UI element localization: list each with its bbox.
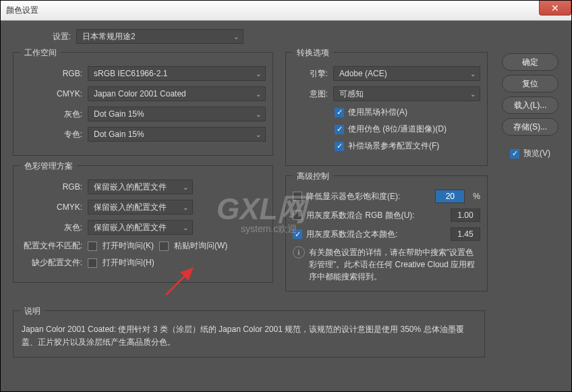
policy-gray-label: 灰色: xyxy=(20,222,82,233)
cmyk-dropdown[interactable]: Japan Color 2001 Coated ⌄ xyxy=(88,86,266,101)
gray-label: 灰色: xyxy=(20,109,82,120)
blend-text-label: 用灰度系数混合文本颜色: xyxy=(306,229,397,240)
color-settings-window: 颜色设置 ✕ 设置: 日本常规用途2 ⌄ 工作空间 RGB: sRGB IEC6… xyxy=(0,0,572,392)
desaturate-field[interactable]: 20 xyxy=(435,190,465,203)
policy-gray-dropdown[interactable]: 保留嵌入的配置文件 ⌄ xyxy=(88,220,193,235)
chevron-down-icon: ⌄ xyxy=(256,70,261,78)
conversion-title: 转换选项 xyxy=(293,47,333,59)
chevron-down-icon: ⌄ xyxy=(183,204,188,211)
ask-paste-checkbox[interactable] xyxy=(159,242,169,251)
policy-gray-value: 保留嵌入的配置文件 xyxy=(94,222,167,233)
settings-value: 日本常规用途2 xyxy=(82,31,136,43)
dialog-content: 设置: 日本常规用途2 ⌄ 工作空间 RGB: sRGB IEC61966-2.… xyxy=(1,21,571,391)
policy-cmyk-label: CMYK: xyxy=(20,202,82,212)
desaturate-unit: % xyxy=(473,192,480,201)
spot-label: 专色: xyxy=(20,129,82,140)
cmyk-label: CMYK: xyxy=(20,89,82,99)
chevron-down-icon: ⌄ xyxy=(470,90,476,98)
preview-label: 预览(V) xyxy=(523,148,550,159)
cmyk-value: Japan Color 2001 Coated xyxy=(94,89,186,99)
intent-dropdown[interactable]: 可感知 ⌄ xyxy=(333,86,480,101)
spot-dropdown[interactable]: Dot Gain 15% ⌄ xyxy=(88,127,266,142)
chevron-down-icon: ⌄ xyxy=(256,90,261,98)
blend-text-checkbox[interactable]: ✓ xyxy=(293,229,302,239)
blend-text-field[interactable]: 1.45 xyxy=(451,227,480,241)
chevron-down-icon: ⌄ xyxy=(183,224,188,231)
advanced-title: 高级控制 xyxy=(293,171,333,182)
intent-label: 意图: xyxy=(293,88,328,100)
compensate-checkbox[interactable]: ✓ xyxy=(335,142,344,151)
rgb-dropdown[interactable]: sRGB IEC61966-2.1 ⌄ xyxy=(88,66,266,81)
compensate-label: 补偿场景参考配置文件(F) xyxy=(348,140,439,152)
advanced-group: 高级控制 降低显示器色彩饱和度(E): 20 % 用灰度系数混合 RGB 颜色(… xyxy=(285,175,488,291)
description-title: 说明 xyxy=(20,306,45,317)
close-button[interactable]: ✕ xyxy=(539,1,571,16)
chevron-down-icon: ⌄ xyxy=(470,70,476,78)
info-text: 有关颜色设置的详情，请在帮助中搜索"设置色彩管理"。此术语在任何 Creativ… xyxy=(309,246,480,283)
policy-cmyk-value: 保留嵌入的配置文件 xyxy=(94,202,167,213)
blend-rgb-label: 用灰度系数混合 RGB 颜色(U): xyxy=(306,210,415,221)
ask-open-label: 打开时询问(K) xyxy=(103,240,154,252)
ask-open2-checkbox[interactable] xyxy=(88,258,97,268)
desaturate-label: 降低显示器色彩饱和度(E): xyxy=(306,191,400,202)
reset-button[interactable]: 复位 xyxy=(502,75,559,92)
titlebar: 颜色设置 ✕ xyxy=(1,1,571,21)
mismatch-label: 配置文件不匹配: xyxy=(20,240,82,252)
close-icon: ✕ xyxy=(551,3,559,13)
info-icon: i xyxy=(293,246,305,258)
workspace-title: 工作空间 xyxy=(20,47,61,59)
ask-open2-label: 打开时询问(H) xyxy=(103,257,154,269)
chevron-down-icon: ⌄ xyxy=(183,184,188,191)
description-text: Japan Color 2001 Coated: 使用针对 3 类（涂层）纸的 … xyxy=(22,323,476,349)
chevron-down-icon: ⌄ xyxy=(233,33,239,40)
action-sidebar: 确定 复位 载入(L)... 存储(S)... ✓ 预览(V) xyxy=(501,53,559,159)
policy-rgb-value: 保留嵌入的配置文件 xyxy=(94,181,167,193)
policies-title: 色彩管理方案 xyxy=(20,161,77,172)
engine-value: Adobe (ACE) xyxy=(339,69,387,78)
dither-label: 使用仿色 (8位/通道图像)(D) xyxy=(348,123,447,135)
gray-dropdown[interactable]: Dot Gain 15% ⌄ xyxy=(88,107,266,121)
ask-paste-label: 粘贴时询问(W) xyxy=(174,240,227,252)
missing-label: 缺少配置文件: xyxy=(20,257,82,269)
policies-group: 色彩管理方案 RGB: 保留嵌入的配置文件 ⌄ CMYK: 保留嵌入的配置文件 … xyxy=(13,165,273,283)
settings-dropdown[interactable]: 日本常规用途2 ⌄ xyxy=(76,29,244,44)
intent-value: 可感知 xyxy=(339,88,364,100)
dither-checkbox[interactable]: ✓ xyxy=(335,125,344,134)
ask-open-checkbox[interactable] xyxy=(88,242,97,251)
workspace-group: 工作空间 RGB: sRGB IEC61966-2.1 ⌄ CMYK: Japa… xyxy=(13,52,273,156)
settings-row: 设置: 日本常规用途2 ⌄ xyxy=(13,29,559,44)
rgb-value: sRGB IEC61966-2.1 xyxy=(94,69,167,78)
policy-rgb-label: RGB: xyxy=(20,182,82,192)
desaturate-checkbox[interactable] xyxy=(293,192,302,201)
save-button[interactable]: 存储(S)... xyxy=(502,118,559,136)
preview-checkbox[interactable]: ✓ xyxy=(510,149,519,159)
engine-label: 引擎: xyxy=(293,68,328,80)
ok-button[interactable]: 确定 xyxy=(502,53,559,71)
load-button[interactable]: 载入(L)... xyxy=(502,96,559,114)
gray-value: Dot Gain 15% xyxy=(94,109,144,119)
blend-rgb-field[interactable]: 1.00 xyxy=(451,208,480,222)
policy-cmyk-dropdown[interactable]: 保留嵌入的配置文件 ⌄ xyxy=(88,200,193,215)
chevron-down-icon: ⌄ xyxy=(256,131,261,138)
spot-value: Dot Gain 15% xyxy=(94,130,144,139)
blend-rgb-checkbox[interactable] xyxy=(293,211,302,220)
blackpoint-label: 使用黑场补偿(A) xyxy=(348,107,407,118)
blackpoint-checkbox[interactable]: ✓ xyxy=(335,108,344,117)
engine-dropdown[interactable]: Adobe (ACE) ⌄ xyxy=(333,66,480,81)
info-row: i 有关颜色设置的详情，请在帮助中搜索"设置色彩管理"。此术语在任何 Creat… xyxy=(293,246,480,283)
chevron-down-icon: ⌄ xyxy=(256,111,261,118)
policy-rgb-dropdown[interactable]: 保留嵌入的配置文件 ⌄ xyxy=(88,179,193,194)
description-group: 说明 Japan Color 2001 Coated: 使用针对 3 类（涂层）… xyxy=(13,310,485,358)
rgb-label: RGB: xyxy=(20,69,82,78)
window-title: 颜色设置 xyxy=(6,5,38,16)
conversion-group: 转换选项 引擎: Adobe (ACE) ⌄ 意图: 可感知 ⌄ xyxy=(285,52,488,166)
settings-label: 设置: xyxy=(47,31,71,43)
